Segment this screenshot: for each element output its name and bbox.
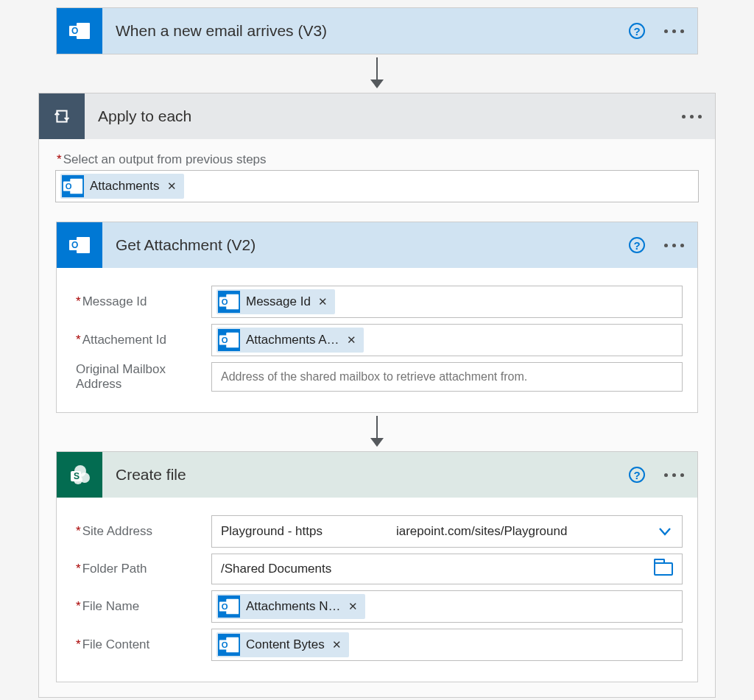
chevron-down-icon[interactable] <box>657 523 673 540</box>
remove-token-icon[interactable]: ✕ <box>345 333 358 347</box>
outlook-icon: O <box>62 175 84 197</box>
output-token-input[interactable]: O Attachments ✕ <box>55 170 699 202</box>
svg-rect-4 <box>83 30 87 34</box>
create-file-card: S Create file ? Site Address <box>56 451 698 682</box>
output-label: Select an output from previous steps <box>57 152 699 167</box>
file-content-label: File Content <box>71 637 211 652</box>
remove-token-icon[interactable]: ✕ <box>166 180 178 193</box>
more-icon[interactable] <box>664 469 684 481</box>
token-label: Message Id <box>246 294 311 309</box>
svg-rect-2 <box>83 25 87 29</box>
site-address-value-right: iarepoint.com/sites/Playground <box>396 524 567 539</box>
site-address-select[interactable]: Playground - https iarepoint.com/sites/P… <box>211 515 683 548</box>
output-from-previous-field: Select an output from previous steps O A… <box>55 149 699 202</box>
file-name-token[interactable]: O Attachments N… ✕ <box>216 594 365 619</box>
remove-token-icon[interactable]: ✕ <box>317 295 329 308</box>
help-icon[interactable]: ? <box>629 467 645 483</box>
mailbox-label: Original Mailbox Address <box>71 362 211 392</box>
trigger-title: When a new email arrives (V3) <box>102 22 629 40</box>
get-attachment-title: Get Attachment (V2) <box>102 236 629 254</box>
token-label: Attachments A… <box>246 333 339 347</box>
get-attachment-card: O Get Attachment (V2) ? Message Id <box>56 222 698 413</box>
get-attachment-header[interactable]: O Get Attachment (V2) ? <box>57 222 697 268</box>
file-content-token[interactable]: O Content Bytes ✕ <box>216 632 349 657</box>
folder-path-value: /Shared Documents <box>221 562 331 576</box>
remove-token-icon[interactable]: ✕ <box>331 638 343 651</box>
sharepoint-icon: S <box>57 452 102 498</box>
outlook-icon: O <box>57 8 102 54</box>
folder-icon[interactable] <box>654 562 673 576</box>
help-icon[interactable]: ? <box>629 23 645 39</box>
svg-rect-12 <box>83 239 87 243</box>
folder-path-label: Folder Path <box>71 562 211 576</box>
create-file-header[interactable]: S Create file ? <box>57 452 697 498</box>
more-icon[interactable] <box>682 110 702 123</box>
mailbox-input[interactable] <box>211 362 683 392</box>
apply-to-each-card: Apply to each Select an output from prev… <box>38 93 716 698</box>
message-id-label: Message Id <box>71 294 211 309</box>
remove-token-icon[interactable]: ✕ <box>347 600 359 613</box>
trigger-card[interactable]: O When a new email arrives (V3) ? <box>56 7 698 54</box>
file-content-row: File Content O <box>71 629 683 661</box>
more-icon[interactable] <box>664 239 684 252</box>
create-file-title: Create file <box>102 466 629 484</box>
apply-to-each-header[interactable]: Apply to each <box>39 93 715 139</box>
folder-path-input[interactable]: /Shared Documents <box>211 554 683 584</box>
help-icon[interactable]: ? <box>629 237 645 253</box>
trigger-header[interactable]: O When a new email arrives (V3) ? <box>57 8 697 54</box>
file-name-input[interactable]: O Attachments N… ✕ <box>211 590 683 623</box>
token-label: Attachments N… <box>246 599 341 614</box>
outlook-icon: O <box>57 222 102 268</box>
file-name-row: File Name O <box>71 590 683 623</box>
svg-text:O: O <box>222 640 228 649</box>
message-id-input[interactable]: O Message Id ✕ <box>211 286 683 318</box>
site-address-row: Site Address Playground - https iarepoin… <box>71 515 683 548</box>
outlook-icon: O <box>218 329 240 351</box>
outlook-icon: O <box>218 291 240 313</box>
svg-text:O: O <box>222 336 228 344</box>
message-id-token[interactable]: O Message Id ✕ <box>216 289 335 314</box>
site-address-label: Site Address <box>71 524 211 539</box>
attachment-id-label: Attachement Id <box>71 333 211 347</box>
arrow-connector <box>376 57 378 88</box>
folder-path-row: Folder Path /Shared Documents <box>71 554 683 584</box>
loop-icon <box>39 93 85 139</box>
svg-rect-14 <box>83 244 87 248</box>
attachments-token[interactable]: O Attachments ✕ <box>60 174 184 199</box>
svg-text:O: O <box>71 240 78 250</box>
svg-text:O: O <box>71 26 78 36</box>
svg-text:S: S <box>74 471 80 481</box>
outlook-icon: O <box>218 595 240 618</box>
svg-text:O: O <box>66 182 72 191</box>
file-content-input[interactable]: O Content Bytes ✕ <box>211 629 683 661</box>
arrow-connector <box>376 416 378 447</box>
apply-to-each-title: Apply to each <box>85 107 682 125</box>
attachment-id-row: Attachement Id O <box>71 324 683 356</box>
message-id-row: Message Id O <box>71 286 683 318</box>
more-icon[interactable] <box>664 25 684 38</box>
outlook-icon: O <box>218 634 240 656</box>
attachment-id-token[interactable]: O Attachments A… ✕ <box>216 328 364 353</box>
attachment-id-input[interactable]: O Attachments A… ✕ <box>211 324 683 356</box>
token-label: Content Bytes <box>246 637 325 652</box>
site-address-value-left: Playground - https <box>221 524 323 539</box>
token-label: Attachments <box>90 179 160 194</box>
file-name-label: File Name <box>71 599 211 614</box>
svg-text:O: O <box>222 602 228 611</box>
svg-text:O: O <box>222 297 228 306</box>
mailbox-row: Original Mailbox Address <box>71 362 683 392</box>
